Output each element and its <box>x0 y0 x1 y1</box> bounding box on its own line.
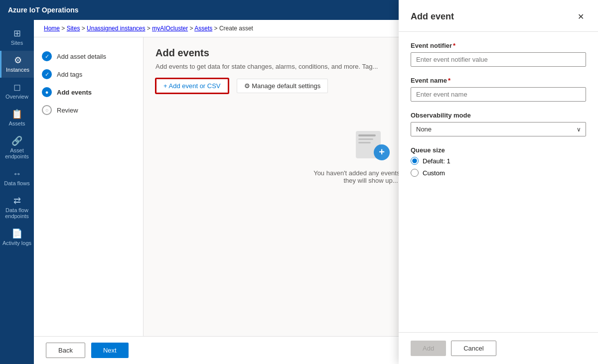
observability-mode-group: Observability mode None Gauge Counter Hi… <box>411 112 586 136</box>
empty-state-text2: they will show up... <box>343 177 398 184</box>
observability-mode-select[interactable]: None Gauge Counter Histogram <box>411 122 586 136</box>
queue-size-radio-group: Default: 1 Custom <box>411 157 586 177</box>
close-panel-button[interactable]: ✕ <box>576 10 586 23</box>
next-button[interactable]: Next <box>91 343 129 358</box>
instances-icon: ⚙ <box>14 56 22 65</box>
breadcrumb-current: Create asset <box>219 25 253 32</box>
event-name-label: Event name* <box>411 77 586 84</box>
queue-size-label: Queue size <box>411 146 586 154</box>
add-button[interactable]: Add <box>411 341 446 356</box>
queue-size-default-radio[interactable] <box>411 157 419 165</box>
event-name-input[interactable] <box>411 87 586 102</box>
panel-title: Add event <box>411 11 454 22</box>
step-label-2: Add tags <box>57 71 82 78</box>
breadcrumb-home[interactable]: Home <box>44 25 60 32</box>
step-label-4: Review <box>57 107 78 114</box>
activity-logs-icon: 📄 <box>11 229 22 238</box>
step-add-events: ● Add events <box>42 83 135 101</box>
overview-icon: ◻ <box>13 83 21 92</box>
svg-text:+: + <box>379 146 385 157</box>
empty-state-illustration: + <box>351 123 391 163</box>
step-label-1: Add asset details <box>57 53 106 60</box>
required-star-2: * <box>448 77 450 84</box>
sidebar-item-label: Data flows <box>4 180 29 186</box>
breadcrumb-assets[interactable]: Assets <box>194 25 212 32</box>
queue-size-group: Queue size Default: 1 Custom <box>411 146 586 177</box>
sidebar-item-activity-logs[interactable]: 📄 Activity logs <box>0 224 34 251</box>
sidebar-item-label: Instances <box>6 67 29 73</box>
event-name-group: Event name* <box>411 77 586 102</box>
step-review: ○ Review <box>42 101 135 119</box>
step-circle-2: ✓ <box>42 69 52 79</box>
event-notifier-label: Event notifier* <box>411 42 586 49</box>
svg-rect-1 <box>358 134 376 136</box>
sidebar-item-label: Assets <box>8 121 25 126</box>
step-circle-1: ✓ <box>42 51 52 61</box>
back-button[interactable]: Back <box>46 343 85 358</box>
asset-endpoints-icon: 🔗 <box>11 136 22 145</box>
panel-body: Event notifier* Event name* Observabilit… <box>399 32 598 332</box>
breadcrumb-sites[interactable]: Sites <box>67 25 80 32</box>
breadcrumb-unassigned[interactable]: Unassigned instances <box>87 25 145 32</box>
data-flows-icon: ↔ <box>12 169 21 178</box>
queue-size-default-label: Default: 1 <box>423 157 450 165</box>
observability-mode-select-wrapper: None Gauge Counter Histogram ∨ <box>411 122 586 136</box>
sidebar: ⊞ Sites ⚙ Instances ◻ Overview 📋 Assets … <box>0 20 34 364</box>
svg-rect-3 <box>358 142 371 143</box>
observability-mode-label: Observability mode <box>411 112 586 119</box>
sidebar-item-assets[interactable]: 📋 Assets <box>0 105 34 131</box>
step-add-tags: ✓ Add tags <box>42 65 135 83</box>
step-add-asset-details: ✓ Add asset details <box>42 47 135 65</box>
cancel-button[interactable]: Cancel <box>451 341 496 356</box>
step-label-3: Add events <box>57 89 92 96</box>
event-notifier-group: Event notifier* <box>411 42 586 67</box>
sidebar-item-label: Sites <box>11 40 23 46</box>
sidebar-item-sites[interactable]: ⊞ Sites <box>0 24 34 51</box>
queue-size-custom-label: Custom <box>423 169 445 177</box>
breadcrumb-cluster[interactable]: myAIOcluster <box>152 25 188 32</box>
event-notifier-input[interactable] <box>411 52 586 67</box>
step-circle-3: ● <box>42 87 52 97</box>
svg-rect-2 <box>358 138 373 140</box>
data-flow-endpoints-icon: ⇄ <box>13 196 21 205</box>
panel-footer: Add Cancel <box>399 332 598 364</box>
sidebar-item-instances[interactable]: ⚙ Instances <box>0 51 34 78</box>
sidebar-item-label: Overview <box>5 94 28 100</box>
sidebar-item-data-flow-endpoints[interactable]: ⇄ Data flow endpoints <box>0 191 34 224</box>
steps-panel: ✓ Add asset details ✓ Add tags ● Add eve… <box>34 37 144 336</box>
sidebar-item-asset-endpoints[interactable]: 🔗 Asset endpoints <box>0 131 34 164</box>
add-event-button[interactable]: + Add event or CSV <box>155 78 229 94</box>
panel-header: Add event ✕ <box>399 0 598 32</box>
sidebar-item-data-flows[interactable]: ↔ Data flows <box>0 164 34 191</box>
sidebar-item-label: Data flow endpoints <box>2 207 32 219</box>
sidebar-item-label: Asset endpoints <box>2 147 32 159</box>
manage-settings-button[interactable]: ⚙ Manage default settings <box>237 79 328 93</box>
right-panel: Add event ✕ Event notifier* Event name* … <box>399 0 598 364</box>
queue-size-custom-option[interactable]: Custom <box>411 169 586 177</box>
queue-size-custom-radio[interactable] <box>411 169 419 177</box>
assets-icon: 📋 <box>11 110 22 119</box>
sidebar-item-label: Activity logs <box>2 240 31 246</box>
app-title: Azure IoT Operations <box>8 6 79 14</box>
required-star-1: * <box>453 42 455 49</box>
step-circle-4: ○ <box>42 105 52 115</box>
queue-size-default-option[interactable]: Default: 1 <box>411 157 586 165</box>
sidebar-item-overview[interactable]: ◻ Overview <box>0 78 34 105</box>
sites-icon: ⊞ <box>13 29 21 38</box>
